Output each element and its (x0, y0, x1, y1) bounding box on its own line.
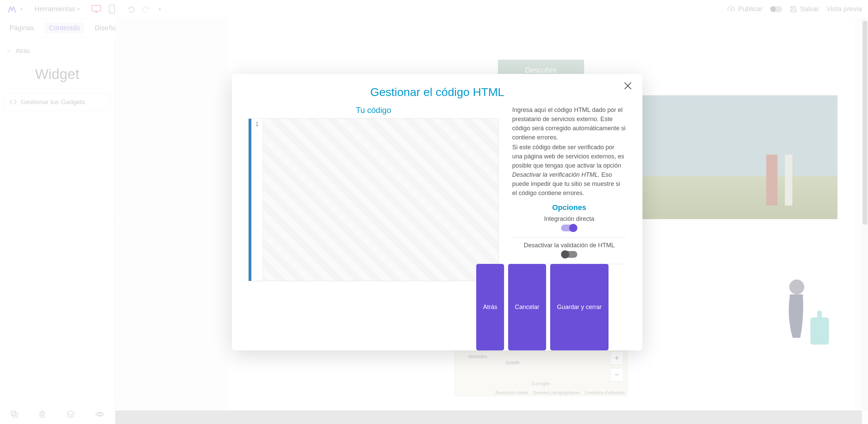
back-label: Atrás (16, 47, 30, 55)
editor-gutter: 1 (251, 119, 263, 281)
option-direct-integration: Integración directa (512, 215, 626, 238)
save-label: Salvar (800, 5, 819, 13)
app-logo[interactable] (6, 3, 18, 15)
modal-cancel-button[interactable]: Cancelar (508, 264, 546, 350)
desktop-device-icon[interactable] (92, 5, 101, 13)
code-editor[interactable]: 1 (248, 118, 499, 281)
map-zoom-in[interactable]: + (610, 351, 624, 365)
tab-content[interactable]: Contenido (45, 22, 84, 34)
chevron-down-icon: ▾ (77, 7, 79, 12)
map-footer: Raccourcis clavier Données cartographiqu… (496, 390, 625, 395)
map-label: Getafe (506, 360, 520, 365)
scrollbar-thumb[interactable] (863, 21, 867, 225)
modal-back-button[interactable]: Atrás (476, 264, 504, 350)
option-label: Desactivar la validación de HTML (512, 242, 626, 249)
traveler-illustration (766, 277, 834, 351)
svg-rect-8 (817, 311, 822, 319)
map-label: Móstoles (468, 354, 487, 359)
undo-icon[interactable] (127, 5, 136, 13)
modal-close-button[interactable] (623, 81, 632, 90)
svg-rect-4 (13, 413, 17, 417)
map-footer-link[interactable]: Données cartographiques (533, 390, 580, 395)
your-code-heading: Tu código (248, 105, 499, 115)
tools-label: Herramientas (35, 5, 75, 13)
modal-actions: Atrás Cancelar Guardar y cerrar (476, 264, 609, 350)
publish-toggle[interactable] (770, 6, 782, 12)
manage-gadgets-label: Gestionar tus Gadgets (21, 98, 85, 106)
editor-textarea[interactable] (263, 119, 498, 281)
preview-label: Vista previa (827, 5, 862, 13)
sidebar-item-manage-gadgets[interactable]: Gestionar tus Gadgets (4, 93, 110, 111)
cloud-upload-icon (727, 6, 735, 13)
map-footer-link[interactable]: Conditions d'utilisation (584, 390, 625, 395)
svg-rect-0 (92, 5, 101, 11)
publish-button[interactable]: Publicar (727, 5, 763, 13)
disable-validation-toggle[interactable] (561, 251, 577, 258)
svg-point-6 (789, 280, 804, 294)
mobile-device-icon[interactable] (107, 5, 117, 13)
option-label: Integración directa (512, 215, 626, 223)
svg-point-2 (112, 12, 113, 13)
preview-button[interactable]: Vista previa (827, 5, 862, 13)
editor-accent-bar (249, 119, 251, 281)
options-heading: Opciones (512, 203, 626, 212)
modal-save-close-button[interactable]: Guardar y cerrar (550, 264, 609, 350)
close-icon (623, 81, 632, 90)
sidebar-title: Widget (4, 66, 110, 82)
line-number: 1 (251, 121, 263, 128)
save-button[interactable]: Salvar (790, 5, 819, 13)
option-disable-validation: Desactivar la validación de HTML (512, 242, 626, 264)
tab-pages[interactable]: Páginas (8, 22, 35, 34)
topbar: ▾ Herramientas ▾ ▾ Publicar Salvar V (0, 0, 868, 18)
tools-menu[interactable]: Herramientas ▾ (31, 3, 83, 15)
duplicate-icon[interactable] (10, 410, 18, 418)
bottom-toolbar (0, 404, 115, 424)
history-chevron[interactable]: ▾ (159, 7, 161, 12)
canvas-footer-strip (115, 410, 862, 424)
layers-icon[interactable] (66, 410, 75, 418)
modal-description-2: Si este código debe ser verificado por u… (512, 143, 626, 198)
direct-integration-toggle[interactable] (561, 225, 577, 231)
sidebar-back[interactable]: ← Atrás (4, 45, 110, 57)
map-footer-link[interactable]: Raccourcis clavier (496, 390, 528, 395)
map-brand: Google (532, 381, 550, 386)
modal-title: Gestionar el código HTML (248, 85, 626, 99)
svg-point-5 (98, 413, 101, 416)
svg-rect-7 (810, 317, 829, 345)
redo-icon[interactable] (141, 5, 150, 13)
publish-label: Publicar (738, 5, 763, 13)
tab-design[interactable]: Diseño (93, 22, 117, 34)
arrow-left-icon: ← (6, 47, 12, 55)
svg-rect-3 (11, 411, 16, 416)
save-icon (790, 5, 797, 13)
code-icon (10, 99, 17, 105)
html-code-modal: Gestionar el código HTML Tu código 1 Ing… (232, 74, 642, 350)
delete-icon[interactable] (38, 410, 46, 418)
map-zoom-out[interactable]: − (610, 368, 624, 382)
modal-description-1: Ingresa aquí el código HTML dado por el … (512, 105, 626, 142)
canvas-scrollbar[interactable] (862, 19, 868, 410)
visibility-icon[interactable] (95, 411, 104, 418)
app-menu-chevron[interactable]: ▾ (20, 7, 22, 12)
sidebar: ← Atrás Widget Gestionar tus Gadgets (0, 38, 115, 404)
